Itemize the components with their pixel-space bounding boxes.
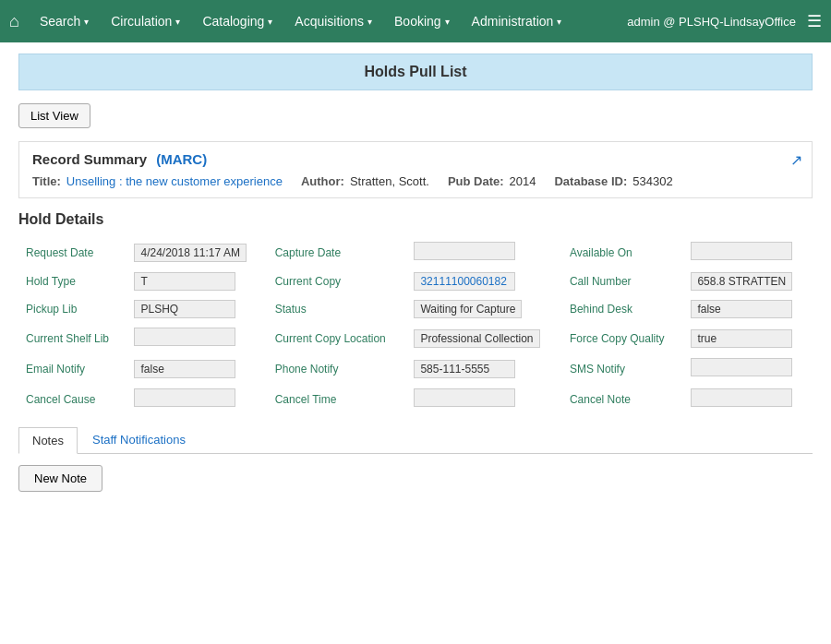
nav-search-arrow: ▾ — [84, 17, 89, 27]
title-label: Title: — [32, 174, 61, 188]
nav-circulation-label: Circulation — [111, 14, 172, 29]
hamburger-icon[interactable]: ☰ — [807, 11, 822, 31]
pub-date-label: Pub Date: — [448, 174, 504, 188]
hold-label-cell: Email Notify — [18, 353, 126, 384]
hold-label-cell: Current Copy Location — [268, 323, 407, 353]
record-summary-heading: Record Summary — [32, 151, 147, 167]
nav-administration-label: Administration — [472, 14, 554, 29]
hold-label-cell: Request Date — [18, 237, 126, 268]
pub-date-value: 2014 — [510, 174, 536, 188]
nav-search[interactable]: Search ▾ — [29, 0, 100, 42]
hold-row: Current Shelf LibCurrent Copy LocationPr… — [18, 323, 813, 353]
hold-value-box[interactable]: 32111100060182 — [414, 272, 515, 291]
hold-label-cell: Cancel Cause — [18, 384, 126, 414]
database-id-field: Database ID: 534302 — [554, 174, 672, 188]
hold-value-box: true — [691, 329, 792, 348]
hold-value-box: PLSHQ — [134, 300, 235, 318]
title-value[interactable]: Unselling : the new customer experience — [66, 174, 283, 188]
home-icon[interactable]: ⌂ — [9, 12, 19, 31]
nav-acquisitions[interactable]: Acquisitions ▾ — [283, 0, 383, 42]
author-value: Stratten, Scott. — [350, 174, 429, 188]
hold-row: Email NotifyfalsePhone Notify585-111-555… — [18, 353, 813, 384]
hold-value-box — [691, 388, 792, 407]
record-summary: Record Summary (MARC) ↗ Title: Unselling… — [18, 141, 813, 198]
hold-label-cell: Available On — [562, 237, 683, 268]
author-field: Author: Stratten, Scott. — [301, 174, 429, 188]
nav-booking-arrow: ▾ — [445, 17, 450, 27]
user-info: admin @ PLSHQ-LindsayOffice — [627, 15, 796, 29]
nav-acquisitions-arrow: ▾ — [367, 17, 372, 27]
hold-details-section: Hold Details Request Date4/24/2018 11:17… — [18, 211, 813, 414]
nav-search-label: Search — [40, 14, 80, 29]
hold-value-box — [134, 328, 235, 346]
hold-label-cell: Current Shelf Lib — [18, 323, 126, 353]
nav-circulation[interactable]: Circulation ▾ — [100, 0, 191, 42]
hold-label-cell: Cancel Note — [562, 384, 683, 414]
nav-administration[interactable]: Administration ▾ — [461, 0, 573, 42]
hold-value-box: false — [691, 300, 792, 318]
hold-value-box — [134, 388, 235, 407]
hold-label-cell: Status — [268, 295, 407, 323]
nav-booking[interactable]: Booking ▾ — [383, 0, 461, 42]
list-view-button[interactable]: List View — [18, 103, 90, 128]
nav-cataloging-label: Cataloging — [202, 14, 264, 29]
hold-value-box — [414, 388, 515, 407]
nav-circulation-arrow: ▾ — [175, 17, 180, 27]
hold-value-box: 585-111-5555 — [414, 360, 515, 378]
hold-value-box: T — [134, 272, 235, 291]
nav-cataloging-arrow: ▾ — [268, 17, 272, 27]
hold-value-box: Waiting for Capture — [414, 300, 522, 318]
nav-administration-arrow: ▾ — [557, 17, 561, 27]
hold-label-cell: Force Copy Quality — [562, 323, 683, 353]
hold-value-box — [691, 242, 792, 260]
hold-details-heading: Hold Details — [18, 211, 813, 228]
new-note-button[interactable]: New Note — [18, 465, 102, 492]
staff-notifications-tab[interactable]: Staff Notifications — [79, 427, 199, 453]
navbar: ⌂ Search ▾ Circulation ▾ Cataloging ▾ Ac… — [0, 0, 831, 42]
hold-row: Hold TypeTCurrent Copy32111100060182Call… — [18, 268, 813, 295]
hold-value-box — [691, 358, 792, 376]
hold-value-box: 658.8 STRATTEN — [691, 272, 792, 291]
record-fields: Title: Unselling : the new customer expe… — [32, 174, 799, 188]
hold-value-box: Professional Collection — [414, 329, 539, 348]
hold-label-cell: Behind Desk — [562, 295, 683, 323]
tab-list: Notes Staff Notifications — [18, 427, 813, 453]
nav-cataloging[interactable]: Cataloging ▾ — [191, 0, 283, 42]
tabs-section: Notes Staff Notifications — [18, 427, 813, 454]
expand-icon[interactable]: ↗ — [790, 151, 802, 169]
hold-label-cell: Pickup Lib — [18, 295, 126, 323]
notes-tab[interactable]: Notes — [18, 427, 78, 454]
database-id-label: Database ID: — [554, 174, 627, 188]
hold-label-cell: Hold Type — [18, 268, 126, 295]
hold-value-box — [414, 242, 515, 260]
hold-row: Pickup LibPLSHQStatusWaiting for Capture… — [18, 295, 813, 323]
pub-date-field: Pub Date: 2014 — [448, 174, 536, 188]
hold-value-box: false — [134, 360, 235, 378]
hold-row: Request Date4/24/2018 11:17 AMCapture Da… — [18, 237, 813, 268]
marc-link[interactable]: (MARC) — [156, 151, 207, 167]
hold-details-table: Request Date4/24/2018 11:17 AMCapture Da… — [18, 237, 813, 414]
author-label: Author: — [301, 174, 344, 188]
main-content: Holds Pull List List View Record Summary… — [0, 42, 831, 503]
hold-label-cell: Cancel Time — [268, 384, 407, 414]
hold-label-cell: Current Copy — [268, 268, 407, 295]
hold-label-cell: SMS Notify — [562, 353, 683, 384]
database-id-value: 534302 — [632, 174, 672, 188]
hold-label-cell: Phone Notify — [268, 353, 407, 384]
page-title: Holds Pull List — [18, 54, 813, 90]
hold-label-cell: Call Number — [562, 268, 683, 295]
nav-booking-label: Booking — [394, 14, 441, 29]
hold-label-cell: Capture Date — [268, 237, 407, 268]
hold-value-box: 4/24/2018 11:17 AM — [134, 244, 246, 262]
hold-row: Cancel CauseCancel TimeCancel Note — [18, 384, 813, 414]
nav-acquisitions-label: Acquisitions — [295, 14, 364, 29]
title-field: Title: Unselling : the new customer expe… — [32, 174, 283, 188]
